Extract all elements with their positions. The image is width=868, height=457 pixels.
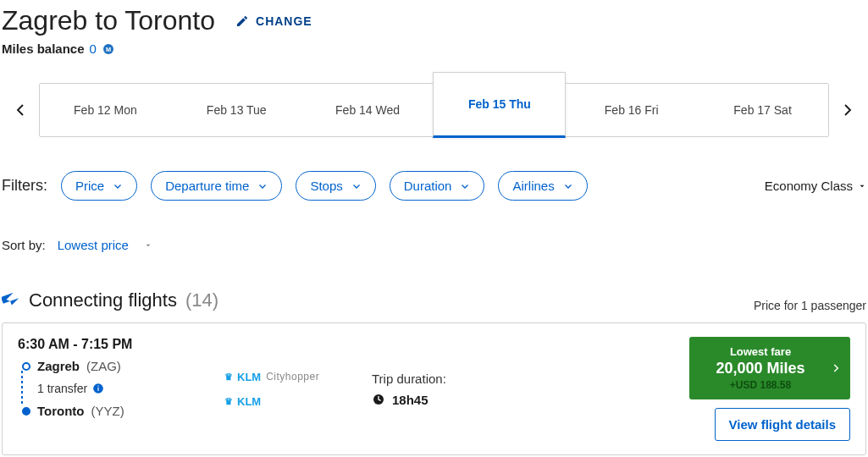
date-tab[interactable]: Feb 12 Mon: [40, 84, 171, 136]
flight-times: 6:30 AM - 7:15 PM: [18, 337, 204, 352]
info-icon: [92, 383, 104, 394]
airline-logo-klm: ♛ KLM: [224, 395, 351, 408]
date-tab[interactable]: Feb 13 Tue: [171, 84, 302, 136]
filter-price[interactable]: Price: [61, 171, 137, 201]
chevron-down-icon: [351, 181, 362, 191]
date-tab-selected[interactable]: Feb 15 Thu: [433, 72, 566, 138]
caret-down-icon: [144, 241, 152, 250]
pencil-icon: [235, 14, 249, 28]
chevron-down-icon: [563, 181, 573, 191]
cabin-class-select[interactable]: Economy Class: [765, 179, 866, 193]
section-title: Connecting flights (14): [2, 289, 218, 311]
chevron-right-icon: [830, 362, 842, 374]
chevron-down-icon: [257, 181, 268, 191]
chevron-down-icon: [460, 181, 470, 191]
sort-select[interactable]: Lowest price: [58, 238, 152, 252]
chevron-left-icon: [13, 100, 28, 120]
filter-airlines[interactable]: Airlines: [498, 171, 587, 201]
destination: Toronto (YYZ): [22, 404, 204, 418]
caret-down-icon: [858, 182, 866, 190]
clock-icon: [372, 393, 385, 406]
lowest-fare-button[interactable]: Lowest fare 20,000 Miles +USD 188.58: [689, 337, 850, 399]
date-tab[interactable]: Feb 17 Sat: [697, 84, 828, 136]
chevron-right-icon: [840, 100, 855, 120]
origin: Zagreb (ZAG): [22, 359, 204, 373]
change-link[interactable]: CHANGE: [235, 14, 312, 28]
flight-card: 6:30 AM - 7:15 PM Zagreb (ZAG) 1 transfe…: [2, 322, 866, 455]
transfer-count[interactable]: 1 transfer: [37, 382, 204, 395]
duration-value: 18h45: [372, 393, 524, 407]
route-dot-icon: [22, 362, 30, 371]
date-tabs: Feb 12 Mon Feb 13 Tue Feb 14 Wed Feb 15 …: [39, 83, 829, 137]
date-prev-button[interactable]: [2, 83, 39, 137]
svg-text:M: M: [106, 45, 111, 52]
chevron-down-icon: [113, 181, 123, 191]
filter-duration[interactable]: Duration: [390, 171, 485, 201]
miles-label: Miles balance: [2, 41, 85, 56]
svg-rect-3: [98, 388, 99, 391]
miles-balance: Miles balance 0 M: [2, 41, 866, 56]
route-dot-icon: [22, 407, 30, 416]
airline-logo-klm-cityhopper: ♛ KLM Cityhopper: [224, 371, 351, 383]
page-title: Zagreb to Toronto: [2, 5, 215, 36]
miles-icon: M: [102, 42, 115, 56]
sort-label: Sort by:: [2, 238, 46, 252]
filter-departure-time[interactable]: Departure time: [151, 171, 282, 201]
filters-label: Filters:: [2, 177, 47, 195]
plane-icon: [2, 291, 20, 310]
miles-value: 0: [90, 41, 97, 56]
date-next-button[interactable]: [829, 83, 866, 137]
date-tab[interactable]: Feb 14 Wed: [302, 84, 434, 136]
change-label: CHANGE: [256, 14, 312, 28]
date-tab[interactable]: Feb 16 Fri: [566, 84, 697, 136]
view-details-button[interactable]: View flight details: [715, 408, 850, 441]
passenger-note: Price for 1 passenger: [754, 299, 866, 312]
svg-rect-4: [98, 386, 99, 387]
filter-stops[interactable]: Stops: [296, 171, 375, 201]
duration-label: Trip duration:: [372, 372, 524, 386]
